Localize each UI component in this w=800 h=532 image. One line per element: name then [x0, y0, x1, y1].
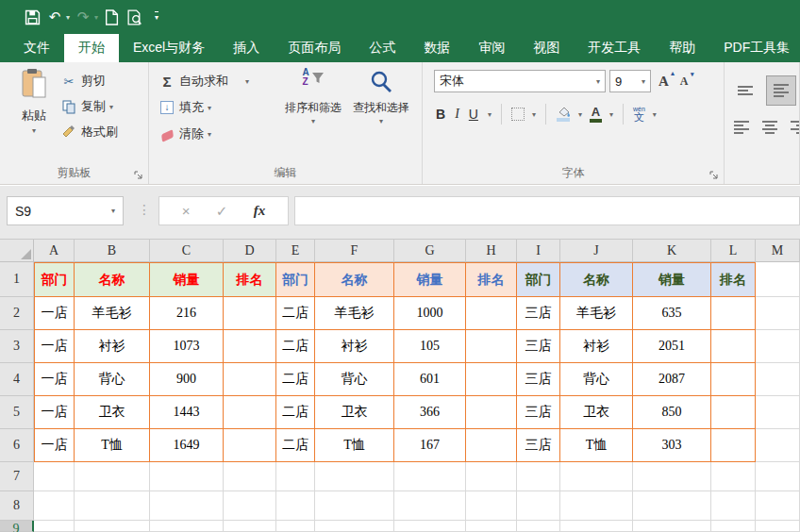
- cell-C5[interactable]: 1443: [150, 396, 224, 429]
- cell-I4[interactable]: 三店: [517, 363, 560, 396]
- cell-C8[interactable]: [150, 491, 224, 521]
- print-preview-icon[interactable]: [125, 6, 143, 28]
- cell-I3[interactable]: 三店: [517, 330, 560, 363]
- cell-G3[interactable]: 105: [394, 330, 466, 363]
- cell-L2[interactable]: [711, 297, 756, 330]
- cell-K3[interactable]: 2051: [633, 330, 711, 363]
- column-header-B[interactable]: B: [75, 240, 150, 262]
- tab-4[interactable]: 页面布局: [274, 34, 355, 62]
- cell-H3[interactable]: [466, 330, 517, 363]
- align-right-icon[interactable]: [791, 121, 800, 134]
- cell-E4[interactable]: 二店: [276, 363, 315, 396]
- cell-M4[interactable]: [756, 363, 800, 396]
- cell-A3[interactable]: 一店: [34, 330, 75, 363]
- tab-11[interactable]: PDF工具集: [709, 34, 800, 62]
- italic-button[interactable]: I: [455, 107, 459, 122]
- align-center-icon[interactable]: [762, 121, 777, 134]
- cell-B6[interactable]: T恤: [75, 429, 150, 462]
- font-size-combobox[interactable]: 9 ▾: [609, 70, 651, 92]
- cell-I7[interactable]: [517, 462, 560, 491]
- cell-I5[interactable]: 三店: [517, 396, 560, 429]
- cell-I6[interactable]: 三店: [517, 429, 560, 462]
- cell-A8[interactable]: [34, 491, 75, 521]
- column-header-J[interactable]: J: [560, 240, 633, 262]
- column-header-I[interactable]: I: [517, 240, 560, 262]
- cell-L8[interactable]: [711, 491, 756, 521]
- cell-B4[interactable]: 背心: [75, 363, 150, 396]
- cell-F5[interactable]: 卫衣: [315, 396, 394, 429]
- formula-input[interactable]: [294, 196, 800, 225]
- cell-D5[interactable]: [224, 396, 276, 429]
- cell-A1[interactable]: 部门: [34, 262, 75, 297]
- copy-dropdown-icon[interactable]: ▾: [109, 103, 113, 111]
- new-file-icon[interactable]: [102, 6, 121, 28]
- tab-1[interactable]: 开始: [64, 34, 119, 62]
- cell-F4[interactable]: 背心: [315, 363, 394, 396]
- cell-M2[interactable]: [756, 297, 800, 330]
- cell-E9[interactable]: [276, 521, 315, 532]
- clipboard-dialog-launcher-icon[interactable]: [134, 171, 143, 180]
- cell-H1[interactable]: 排名: [466, 262, 517, 297]
- cell-C7[interactable]: [150, 462, 224, 491]
- row-header-7[interactable]: 7: [0, 462, 34, 491]
- cell-F6[interactable]: T恤: [315, 429, 394, 462]
- cell-G2[interactable]: 1000: [394, 297, 466, 330]
- format-painter-button[interactable]: 格式刷: [60, 123, 118, 141]
- cell-F8[interactable]: [315, 491, 394, 521]
- cell-B3[interactable]: 衬衫: [75, 330, 150, 363]
- insert-function-icon[interactable]: fx: [254, 203, 266, 219]
- font-color-button[interactable]: A: [590, 107, 602, 123]
- cell-B2[interactable]: 羊毛衫: [75, 297, 150, 330]
- cell-M1[interactable]: [756, 262, 800, 297]
- font-size-dropdown-icon[interactable]: ▾: [642, 77, 645, 86]
- row-header-9[interactable]: 9: [0, 521, 34, 532]
- cell-M5[interactable]: [756, 396, 800, 429]
- row-header-4[interactable]: 4: [0, 363, 34, 396]
- cell-J6[interactable]: T恤: [560, 429, 633, 462]
- decrease-font-size-button[interactable]: A▾: [676, 75, 692, 89]
- row-header-2[interactable]: 2: [0, 297, 34, 330]
- tab-9[interactable]: 开发工具: [574, 34, 655, 62]
- cell-G7[interactable]: [394, 462, 466, 491]
- cell-K8[interactable]: [633, 491, 711, 521]
- middle-align-icon[interactable]: [766, 75, 796, 106]
- bold-button[interactable]: B: [436, 107, 445, 122]
- increase-font-size-button[interactable]: A▴: [655, 74, 673, 90]
- cell-D8[interactable]: [224, 491, 276, 521]
- tab-6[interactable]: 数据: [409, 34, 464, 62]
- cell-E6[interactable]: 二店: [276, 429, 315, 462]
- cell-A6[interactable]: 一店: [34, 429, 75, 462]
- tab-file[interactable]: 文件: [9, 34, 64, 62]
- cell-E5[interactable]: 二店: [276, 396, 315, 429]
- cell-B1[interactable]: 名称: [75, 262, 150, 297]
- cell-C9[interactable]: [150, 521, 224, 532]
- cell-G9[interactable]: [394, 521, 466, 532]
- font-name-combobox[interactable]: 宋体 ▾: [434, 70, 606, 92]
- cell-I8[interactable]: [517, 491, 560, 521]
- cell-K2[interactable]: 635: [633, 297, 711, 330]
- column-header-A[interactable]: A: [34, 240, 75, 262]
- borders-icon[interactable]: [511, 108, 525, 121]
- cell-G8[interactable]: [394, 491, 466, 521]
- cell-E2[interactable]: 二店: [276, 297, 315, 330]
- fill-dropdown-icon[interactable]: ▾: [208, 104, 211, 112]
- fill-color-button[interactable]: [556, 107, 571, 122]
- cell-A7[interactable]: [34, 462, 75, 491]
- cell-I9[interactable]: [517, 521, 560, 532]
- cell-K4[interactable]: 2087: [633, 363, 711, 396]
- cell-F1[interactable]: 名称: [315, 262, 394, 297]
- cell-G5[interactable]: 366: [394, 396, 466, 429]
- select-all-button[interactable]: [0, 240, 34, 262]
- find-select-dropdown-icon[interactable]: ▾: [379, 117, 383, 125]
- save-icon[interactable]: [23, 6, 42, 28]
- cell-H8[interactable]: [466, 491, 517, 521]
- cell-L1[interactable]: 排名: [711, 262, 756, 297]
- cell-L4[interactable]: [711, 363, 756, 396]
- customize-quick-access-icon[interactable]: ▾: [155, 11, 158, 23]
- cell-B5[interactable]: 卫衣: [75, 396, 150, 429]
- cell-H5[interactable]: [466, 396, 517, 429]
- row-header-6[interactable]: 6: [0, 429, 34, 462]
- column-header-C[interactable]: C: [150, 240, 224, 262]
- column-header-M[interactable]: M: [756, 240, 800, 262]
- cell-E1[interactable]: 部门: [276, 262, 315, 297]
